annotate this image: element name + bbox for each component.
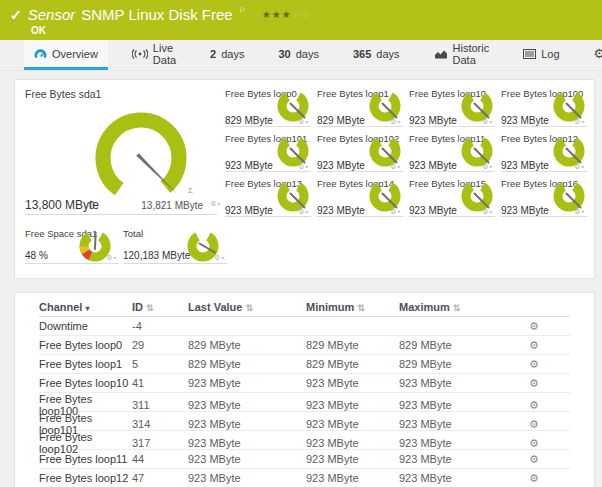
channel-table-row: Free Bytes loop0 29 829 MByte 829 MByte … <box>39 336 570 355</box>
gauge-action-icons[interactable]: ⚙▪ <box>482 118 493 126</box>
gauge-settings-icon[interactable]: ⚙ <box>298 208 305 215</box>
gauge-settings-icon[interactable]: ⚙ <box>390 118 397 125</box>
gauge-settings-icon[interactable]: ⚙ <box>106 254 113 261</box>
channel-settings-icon[interactable]: ⚙ <box>509 359 570 370</box>
gauge-settings-icon[interactable]: ⚙ <box>482 163 489 170</box>
channel-gauge-card[interactable]: Free Bytes loop1 829 MByte ⚙▪ <box>317 86 403 127</box>
gauge-settings-icon[interactable]: ⚙ <box>210 200 217 207</box>
gauge-settings-icon[interactable]: ⚙ <box>390 208 397 215</box>
gauge-pin-icon[interactable]: ▪ <box>582 208 585 215</box>
gauge-pin-icon[interactable]: ▪ <box>582 163 585 170</box>
channel-gauge-card[interactable]: Free Bytes loop12 923 MByte ⚙▪ <box>501 131 587 172</box>
gauge-action-icons[interactable]: ⚙▪ <box>106 254 117 262</box>
gauges-panel: Free Bytes sda1 Σ 13,800 MByte 0 13,821 … <box>14 79 595 279</box>
flag-icon[interactable]: ⚐ <box>239 6 246 15</box>
channel-gauge-card[interactable]: Free Bytes loop102 923 MByte ⚙▪ <box>317 131 403 172</box>
channel-gauge-card[interactable]: Free Bytes loop101 923 MByte ⚙▪ <box>225 131 311 172</box>
priority-rating[interactable]: ★★★☆☆ <box>262 9 312 20</box>
gauge-action-icons[interactable]: ⚙▪ <box>574 208 585 216</box>
gauge-pin-icon[interactable]: ▪ <box>306 118 309 125</box>
gauge-settings-icon[interactable]: ⚙ <box>574 118 581 125</box>
cell-minimum: 829 MByte <box>306 339 399 351</box>
gauge-action-icons[interactable]: ⚙▪ <box>390 118 401 126</box>
primary-channel-gauge-card[interactable]: Free Bytes sda1 Σ 13,800 MByte 0 13,821 … <box>25 88 221 214</box>
gauge-settings-icon[interactable]: ⚙ <box>298 118 305 125</box>
gauge-action-icons[interactable]: ⚙▪ <box>214 254 225 262</box>
cell-last-value: 829 MByte <box>188 339 306 351</box>
gauge-pin-icon[interactable]: ▪ <box>398 163 401 170</box>
log-list-icon <box>523 49 536 59</box>
gauge-settings-icon[interactable]: ⚙ <box>390 163 397 170</box>
gauge-action-icons[interactable]: ⚙▪ <box>298 163 309 171</box>
channel-gauge-card[interactable]: Free Bytes loop100 923 MByte ⚙▪ <box>501 86 587 127</box>
channel-settings-icon[interactable]: ⚙ <box>509 321 570 332</box>
gear-icon: ⚙ <box>594 47 602 60</box>
gauge-action-icons[interactable]: ⚙▪ <box>210 200 221 208</box>
tab-30-days[interactable]: 30 days <box>268 40 329 70</box>
column-label: Last Value <box>188 301 242 313</box>
channel-gauge-card[interactable]: Free Bytes loop10 923 MByte ⚙▪ <box>409 86 495 127</box>
channel-settings-icon[interactable]: ⚙ <box>509 400 570 411</box>
gauge-settings-icon[interactable]: ⚙ <box>298 163 305 170</box>
channel-gauge-card[interactable]: Free Bytes loop14 923 MByte ⚙▪ <box>317 176 403 217</box>
tab-live-data[interactable]: Live Data <box>122 40 186 70</box>
gauge-action-icons[interactable]: ⚙▪ <box>482 163 493 171</box>
gauge-pin-icon[interactable]: ▪ <box>490 118 493 125</box>
free-space-gauge-card[interactable]: Free Space sda1 48 % ⚙▪ <box>25 224 119 264</box>
gauge-settings-icon[interactable]: ⚙ <box>574 163 581 170</box>
gauge-pin-icon[interactable]: ▪ <box>490 163 493 170</box>
gauge-action-icons[interactable]: ⚙▪ <box>574 118 585 126</box>
column-header-maximum[interactable]: Maximum ⇅ <box>399 301 509 313</box>
channel-settings-icon[interactable]: ⚙ <box>509 378 570 389</box>
channel-settings-icon[interactable]: ⚙ <box>509 473 570 484</box>
gauge-pin-icon[interactable]: ▪ <box>218 200 221 207</box>
tab-label: days <box>221 48 244 60</box>
gauge-pin-icon[interactable]: ▪ <box>114 254 117 261</box>
cell-id: 41 <box>132 377 188 389</box>
gauge-action-icons[interactable]: ⚙▪ <box>298 118 309 126</box>
cell-maximum: 923 MByte <box>399 377 509 389</box>
gauge-pin-icon[interactable]: ▪ <box>582 118 585 125</box>
tab-log[interactable]: Log <box>513 40 569 70</box>
gauge-action-icons[interactable]: ⚙▪ <box>390 208 401 216</box>
channel-gauge-value: 923 MByte <box>225 160 273 171</box>
gauge-action-icons[interactable]: ⚙▪ <box>390 163 401 171</box>
cell-id: 44 <box>132 453 188 465</box>
channel-gauge-card[interactable]: Free Bytes loop11 923 MByte ⚙▪ <box>409 131 495 172</box>
total-gauge-card[interactable]: Total 120,183 MByte ⚙▪ <box>123 224 227 264</box>
gauge-settings-icon[interactable]: ⚙ <box>482 208 489 215</box>
channel-gauge-card[interactable]: Free Bytes loop13 923 MByte ⚙▪ <box>225 176 311 217</box>
channel-gauge-card[interactable]: Free Bytes loop16 923 MByte ⚙▪ <box>501 176 587 217</box>
channel-table-row: Free Bytes loop12 47 923 MByte 923 MByte… <box>39 469 570 487</box>
column-header-id[interactable]: ID ⇅ <box>132 301 188 313</box>
gauge-pin-icon[interactable]: ▪ <box>398 208 401 215</box>
gauge-pin-icon[interactable]: ▪ <box>306 163 309 170</box>
gauge-pin-icon[interactable]: ▪ <box>398 118 401 125</box>
channel-settings-icon[interactable]: ⚙ <box>509 438 570 449</box>
tab-settings[interactable]: ⚙ Settings <box>584 40 602 70</box>
gauge-settings-icon[interactable]: ⚙ <box>214 254 221 261</box>
gauge-action-icons[interactable]: ⚙▪ <box>482 208 493 216</box>
channel-settings-icon[interactable]: ⚙ <box>509 454 570 465</box>
tab-2-days[interactable]: 2 days <box>200 40 254 70</box>
gauge-action-icons[interactable]: ⚙▪ <box>574 163 585 171</box>
tab-historic-data[interactable]: Historic Data <box>424 40 500 70</box>
gauge-pin-icon[interactable]: ▪ <box>222 254 225 261</box>
column-header-channel[interactable]: Channel ▾ <box>39 301 132 313</box>
channel-settings-icon[interactable]: ⚙ <box>509 340 570 351</box>
gauge-settings-icon[interactable]: ⚙ <box>574 208 581 215</box>
channel-settings-icon[interactable]: ⚙ <box>509 419 570 430</box>
tab-365-days[interactable]: 365 days <box>343 40 410 70</box>
gauge-pin-icon[interactable]: ▪ <box>490 208 493 215</box>
gauge-settings-icon[interactable]: ⚙ <box>482 118 489 125</box>
column-header-minimum[interactable]: Minimum ⇅ <box>306 301 399 313</box>
gauge-pin-icon[interactable]: ▪ <box>306 208 309 215</box>
tab-overview[interactable]: Overview <box>24 40 108 70</box>
channel-gauge-value: 923 MByte <box>317 160 365 171</box>
tab-number: 30 <box>278 48 290 60</box>
column-header-last-value[interactable]: Last Value ⇅ <box>188 301 306 313</box>
cell-minimum: 923 MByte <box>306 399 399 411</box>
gauge-action-icons[interactable]: ⚙▪ <box>298 208 309 216</box>
channel-gauge-card[interactable]: Free Bytes loop0 829 MByte ⚙▪ <box>225 86 311 127</box>
channel-gauge-card[interactable]: Free Bytes loop15 923 MByte ⚙▪ <box>409 176 495 217</box>
